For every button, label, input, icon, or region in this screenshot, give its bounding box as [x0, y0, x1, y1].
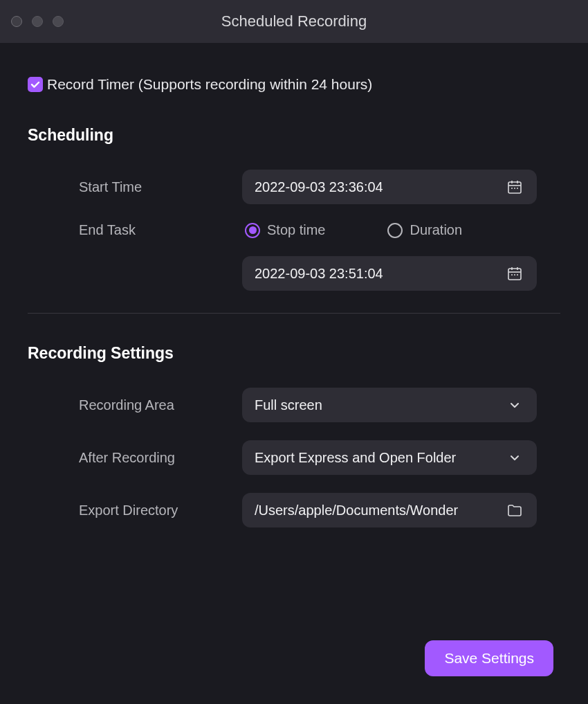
after-recording-label: After Recording — [28, 450, 242, 466]
record-timer-checkbox[interactable] — [28, 77, 43, 92]
duration-label: Duration — [410, 222, 462, 238]
close-window-button[interactable] — [11, 16, 22, 27]
scheduling-heading: Scheduling — [28, 126, 560, 145]
chevron-down-icon — [505, 395, 524, 415]
end-time-row: 2022-09-03 23:51:04 — [28, 256, 560, 291]
export-directory-label: Export Directory — [28, 503, 242, 518]
radio-indicator-selected-icon — [245, 223, 260, 238]
checkmark-icon — [30, 79, 41, 90]
recording-area-select[interactable]: Full screen — [242, 388, 537, 422]
end-task-row: End Task Stop time Duration — [28, 222, 560, 238]
radio-indicator-icon — [387, 223, 403, 238]
save-settings-button[interactable]: Save Settings — [425, 640, 553, 676]
svg-rect-0 — [508, 182, 521, 193]
end-task-label: End Task — [28, 222, 242, 238]
after-recording-row: After Recording Export Express and Open … — [28, 440, 560, 475]
start-time-value: 2022-09-03 23:36:04 — [255, 179, 505, 195]
recording-area-value: Full screen — [255, 397, 505, 413]
recording-area-label: Recording Area — [28, 397, 242, 413]
calendar-icon[interactable] — [505, 177, 524, 197]
record-timer-label: Record Timer (Supports recording within … — [47, 76, 372, 93]
stop-time-radio[interactable]: Stop time — [245, 222, 325, 238]
maximize-window-button[interactable] — [53, 16, 64, 27]
window-controls — [11, 16, 64, 27]
folder-icon[interactable] — [505, 500, 524, 520]
after-recording-value: Export Express and Open Folder — [255, 450, 505, 466]
calendar-icon[interactable] — [505, 264, 524, 283]
svg-rect-7 — [508, 269, 521, 280]
end-time-value: 2022-09-03 23:51:04 — [255, 266, 505, 282]
stop-time-label: Stop time — [267, 222, 325, 238]
recording-settings-heading: Recording Settings — [28, 344, 560, 363]
export-directory-field[interactable]: /Users/apple/Documents/Wonder — [242, 493, 537, 527]
recording-area-row: Recording Area Full screen — [28, 388, 560, 422]
titlebar: Scheduled Recording — [0, 0, 588, 43]
minimize-window-button[interactable] — [32, 16, 43, 27]
chevron-down-icon — [505, 448, 524, 467]
record-timer-row[interactable]: Record Timer (Supports recording within … — [28, 76, 560, 93]
content-area: Record Timer (Supports recording within … — [0, 43, 588, 704]
start-time-label: Start Time — [28, 179, 242, 195]
spacer — [28, 256, 242, 291]
section-divider — [28, 313, 560, 314]
duration-radio[interactable]: Duration — [387, 222, 462, 238]
start-time-field[interactable]: 2022-09-03 23:36:04 — [242, 170, 537, 204]
export-directory-value: /Users/apple/Documents/Wonder — [255, 503, 505, 518]
after-recording-select[interactable]: Export Express and Open Folder — [242, 440, 537, 475]
end-time-field[interactable]: 2022-09-03 23:51:04 — [242, 256, 537, 291]
window-title: Scheduled Recording — [0, 12, 588, 30]
end-task-radio-group: Stop time Duration — [242, 222, 462, 238]
export-directory-row: Export Directory /Users/apple/Documents/… — [28, 493, 560, 527]
start-time-row: Start Time 2022-09-03 23:36:04 — [28, 170, 560, 204]
